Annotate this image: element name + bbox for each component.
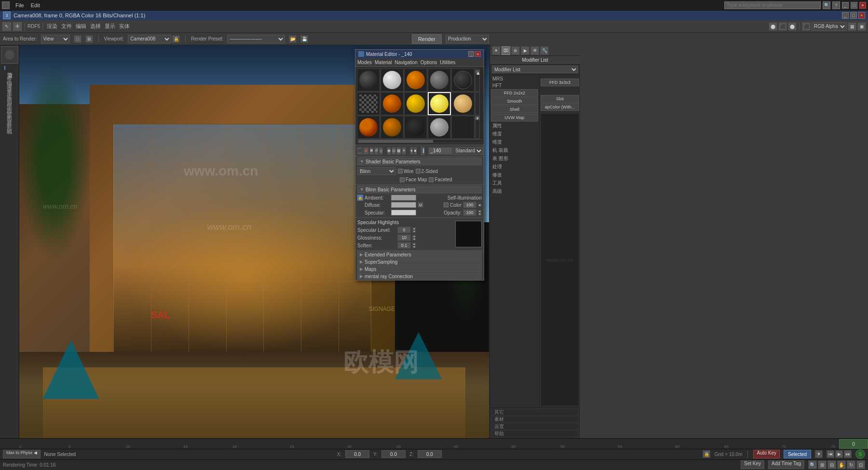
mat-menu-options[interactable]: Options — [420, 60, 437, 65]
panel-icon-create[interactable]: ✦ — [492, 46, 501, 55]
key-filter-btn[interactable]: ▼ — [815, 450, 823, 458]
mat-menu-material[interactable]: Material — [375, 60, 392, 65]
mat-thumb-14[interactable] — [428, 116, 451, 139]
play-btn[interactable]: ▶ — [835, 450, 843, 458]
tab-edit[interactable]: 编辑 — [5, 75, 14, 79]
mat-tool-video[interactable]: ▐ — [421, 147, 425, 155]
mat-tool-bg[interactable]: ▦ — [396, 147, 401, 155]
mat-tool-cube[interactable]: ■ — [414, 147, 417, 155]
maps-header[interactable]: ▶ Maps — [357, 266, 482, 272]
search-icon[interactable]: 🔍 — [823, 1, 830, 9]
specular-color[interactable] — [391, 210, 416, 215]
preset-btn-2[interactable]: 💾 — [300, 35, 308, 43]
mat-minimize[interactable]: _ — [468, 51, 474, 57]
opacity-input[interactable] — [463, 209, 476, 216]
tab-file[interactable]: 文件 — [5, 70, 14, 74]
mat-thumb-9[interactable] — [428, 92, 451, 115]
face-map-checkbox[interactable] — [400, 177, 405, 182]
channel-select[interactable]: RGB Alpha — [812, 22, 847, 31]
auto-key-btn[interactable]: Auto Key — [753, 450, 780, 458]
supersampling-header[interactable]: ▶ SuperSampling — [357, 258, 482, 265]
mat-thumb-10[interactable] — [451, 92, 475, 115]
cn-menu-edit[interactable]: 编辑 — [74, 23, 88, 30]
tab-anim[interactable]: 动画 — [5, 92, 14, 96]
tab-solid[interactable]: 实体 — [5, 88, 14, 92]
area-btn-2[interactable]: ⊞ — [85, 35, 93, 43]
mat-type-select[interactable]: Standard — [453, 147, 483, 155]
uvwmap-btn[interactable]: UVW Map — [491, 114, 538, 121]
mat-thumb-15[interactable] — [451, 116, 475, 139]
minimize-btn[interactable]: _ — [842, 2, 849, 9]
color-spinner-up[interactable]: ▲ — [478, 203, 482, 207]
close-btn-top[interactable]: × — [859, 2, 866, 9]
tab-interior[interactable]: 室内 — [5, 101, 14, 105]
zoom-region-btn[interactable]: ⊟ — [827, 460, 836, 469]
maximize-btn[interactable]: ⊡ — [856, 460, 865, 469]
color-checkbox[interactable] — [444, 202, 448, 207]
tab-light[interactable]: 灯光 — [5, 118, 14, 122]
ffp2-btn[interactable]: FFD 2x2x2 — [491, 89, 538, 97]
area-to-render-select[interactable]: View — [41, 35, 70, 43]
add-time-tag-btn[interactable]: Add Time Tag — [768, 460, 804, 469]
tab-render[interactable]: 渲染 — [4, 66, 14, 70]
orbit-btn[interactable]: ↻ — [847, 460, 855, 469]
mat-hscroll[interactable] — [357, 139, 482, 143]
mat-thumb-11[interactable] — [357, 116, 380, 139]
area-btn-1[interactable]: □ — [74, 35, 81, 43]
mat-scroll-indicator[interactable]: ▲ — [475, 68, 480, 92]
mat-thumb-12[interactable] — [380, 116, 404, 139]
sf-down[interactable]: ▼ — [412, 245, 416, 248]
shell-btn[interactable]: Shell — [491, 106, 538, 113]
cn-menu-solid[interactable]: 实体 — [118, 23, 131, 30]
panel-icon-display[interactable]: 👁 — [530, 46, 539, 55]
set-key-btn[interactable]: Set Key — [741, 460, 764, 469]
blinn-section-header[interactable]: ▼ Blinn Basic Parameters — [357, 186, 482, 193]
ffp3-btn[interactable]: FFD 3x3x3 — [541, 79, 579, 86]
app-menu-file[interactable]: File — [13, 1, 27, 9]
mat-thumb-6[interactable] — [357, 92, 380, 115]
ambient-color[interactable] — [391, 195, 416, 201]
x-coord[interactable] — [345, 450, 369, 458]
shader-section-header[interactable]: ▼ Shader Basic Parameters — [357, 158, 482, 165]
mat-menu-modes[interactable]: Modes — [357, 60, 372, 65]
title-restore[interactable]: □ — [850, 12, 857, 19]
quality-select[interactable]: Production — [446, 35, 489, 43]
z-coord[interactable] — [418, 450, 442, 458]
grid-lock-icon[interactable]: 🔒 — [703, 450, 710, 458]
tab-exterior[interactable]: 室外 — [5, 105, 14, 109]
faceted-checkbox[interactable] — [429, 177, 434, 182]
tb-btn-5[interactable]: ▦ — [848, 22, 856, 31]
panel-icon-hierarchy[interactable]: ⊛ — [511, 46, 520, 55]
two-sided-checkbox[interactable] — [416, 169, 420, 174]
cn-menu-select[interactable]: 选择 — [89, 23, 102, 30]
mat-name-input[interactable] — [428, 147, 452, 155]
ambient-lock-icon[interactable]: 🔒 — [357, 195, 363, 201]
wire-checkbox[interactable] — [398, 169, 403, 174]
soften-input[interactable] — [397, 242, 411, 249]
mat-tool-sphere[interactable]: ● — [410, 147, 413, 155]
timeline-ruler[interactable]: 0 5 10 15 20 25 30 35 40 45 50 55 60 65 … — [19, 439, 839, 449]
tab-graphics[interactable]: 图形 — [5, 109, 14, 113]
prev-frame[interactable]: ⏮ — [827, 450, 834, 458]
mat-thumb-2[interactable] — [380, 68, 404, 92]
custom-3[interactable]: 设置 — [492, 423, 578, 430]
help-icon[interactable]: ? — [832, 1, 840, 9]
zoom-in-btn[interactable]: 🔍 — [808, 460, 817, 469]
render-button[interactable]: Render — [412, 34, 442, 44]
tab-select[interactable]: 选择 — [5, 79, 14, 83]
timeline-scrubber[interactable]: 0 — [839, 439, 868, 449]
smooth-btn[interactable]: Smooth — [491, 97, 538, 105]
tb-btn-6[interactable]: ▣ — [857, 22, 866, 31]
panel-icon-utilities[interactable]: 🔧 — [540, 46, 549, 55]
preset-select[interactable]: -------------------- — [227, 35, 285, 43]
next-frame[interactable]: ⏭ — [844, 450, 852, 458]
search-input[interactable] — [727, 2, 818, 8]
spec-level-input[interactable] — [397, 227, 411, 233]
cn-menu-render[interactable]: 渲染 — [45, 23, 59, 30]
apcolor-btn[interactable]: apColor (With... — [541, 103, 579, 111]
restore-btn[interactable]: □ — [851, 2, 857, 9]
custom-2[interactable]: 素材 — [492, 416, 578, 423]
shader-type-select[interactable]: Blinn — [357, 167, 396, 175]
mat-thumb-4[interactable] — [428, 68, 451, 92]
mat-thumb-8[interactable] — [404, 92, 427, 115]
